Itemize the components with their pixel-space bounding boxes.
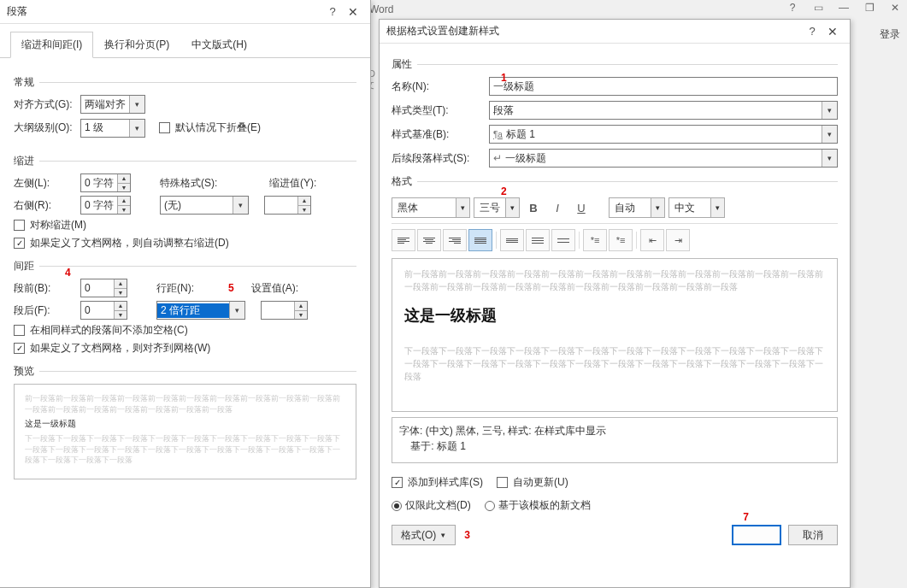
font-name-select[interactable]: 黑体▾: [392, 197, 470, 218]
ribbon-display-icon[interactable]: ▭: [811, 2, 825, 14]
alignment-label: 对齐方式(G):: [14, 97, 77, 112]
font-size-value: 三号: [474, 201, 505, 215]
format-button-label: 格式(O): [401, 528, 436, 543]
format-menu-button[interactable]: 格式(O)▼: [392, 525, 456, 545]
ok-button[interactable]: [732, 525, 781, 545]
spinner-up-icon[interactable]: ▲: [117, 174, 130, 184]
underline-button[interactable]: U: [571, 197, 592, 218]
no-space-same-style-checkbox[interactable]: [14, 325, 25, 336]
spinner-down-icon[interactable]: ▼: [117, 184, 130, 192]
tab-line-page-breaks[interactable]: 换行和分页(P): [93, 32, 180, 58]
spinner-up-icon[interactable]: ▲: [114, 279, 127, 289]
linespacing-select[interactable]: 2 倍行距 ▾: [156, 301, 245, 320]
align-right-button[interactable]: [443, 229, 467, 251]
auto-update-checkbox[interactable]: [497, 477, 508, 488]
group-format: 格式: [392, 174, 412, 189]
close-icon[interactable]: ✕: [888, 2, 902, 14]
spinner-up-icon[interactable]: ▲: [294, 302, 307, 311]
mirror-indent-checkbox[interactable]: [14, 220, 25, 231]
indent-right-value: 0 字符: [81, 197, 117, 214]
italic-button[interactable]: I: [547, 197, 568, 218]
chevron-down-icon[interactable]: ▾: [651, 198, 664, 217]
chevron-down-icon[interactable]: ▾: [822, 126, 837, 143]
login-link[interactable]: 登录: [880, 27, 900, 42]
special-format-select[interactable]: (无) ▾: [160, 196, 249, 215]
chevron-down-icon[interactable]: ▾: [233, 197, 248, 214]
grid-adjust-checkbox[interactable]: [14, 238, 25, 249]
annotation-5: 5: [228, 282, 234, 294]
dialog-help-icon[interactable]: ?: [322, 5, 343, 18]
cancel-button[interactable]: 取消: [788, 525, 838, 545]
style-sample-preview: 前一段落前一段落前一段落前一段落前一段落前一段落前一段落前一段落前一段落前一段落…: [392, 258, 838, 412]
setvalue-spinner[interactable]: ▲▼: [261, 301, 308, 320]
indent-left-value: 0 字符: [81, 174, 117, 191]
snap-to-grid-checkbox[interactable]: [14, 343, 25, 354]
outline-level-select[interactable]: 1 级 ▾: [80, 119, 145, 138]
dialog-close-icon[interactable]: ✕: [822, 25, 843, 38]
space-after-spinner[interactable]: 0▲▼: [80, 301, 127, 320]
chevron-down-icon[interactable]: ▾: [129, 96, 144, 113]
special-format-value: (无): [161, 198, 233, 213]
collapse-checkbox[interactable]: [159, 122, 170, 133]
spinner-down-icon[interactable]: ▼: [114, 289, 127, 297]
dialog-help-icon[interactable]: ?: [802, 25, 822, 38]
tab-asian-typography[interactable]: 中文版式(H): [180, 32, 258, 58]
chevron-down-icon[interactable]: ▾: [822, 150, 837, 167]
bold-button[interactable]: B: [523, 197, 544, 218]
alignment-select[interactable]: 两端对齐 ▾: [80, 95, 145, 114]
space-after-label: 段后(F):: [14, 303, 77, 318]
style-name-label: 名称(N):: [392, 79, 484, 94]
font-color-select[interactable]: 自动▾: [609, 197, 665, 218]
style-type-select[interactable]: 段落▾: [489, 101, 838, 120]
decrease-indent-button[interactable]: ⇤: [640, 229, 664, 251]
chevron-down-icon[interactable]: ▾: [456, 198, 469, 217]
chevron-down-icon[interactable]: ▾: [505, 198, 519, 217]
linespacing-1-button[interactable]: [500, 229, 524, 251]
add-to-gallery-label: 添加到样式库(S): [408, 475, 483, 490]
chevron-down-icon[interactable]: ▾: [129, 120, 144, 137]
minimize-icon[interactable]: —: [837, 2, 851, 14]
style-following-select[interactable]: ↵一级标题▾: [489, 149, 838, 168]
indent-left-label: 左侧(L):: [14, 176, 77, 191]
template-radio[interactable]: [485, 501, 495, 511]
spinner-down-icon[interactable]: ▼: [114, 311, 127, 320]
restore-icon[interactable]: ❐: [863, 2, 876, 14]
spinner-down-icon[interactable]: ▼: [297, 206, 310, 215]
linespacing-1.5-button[interactable]: [526, 229, 550, 251]
decrease-space-before-button[interactable]: *≡: [609, 229, 633, 251]
spinner-down-icon[interactable]: ▼: [294, 311, 307, 320]
this-document-radio[interactable]: [392, 501, 402, 511]
chevron-down-icon[interactable]: ▾: [822, 102, 837, 119]
space-before-spinner[interactable]: 0▲▼: [80, 279, 127, 297]
tab-indent-spacing[interactable]: 缩进和间距(I): [10, 32, 93, 58]
align-left-button[interactable]: [392, 229, 415, 251]
increase-indent-button[interactable]: ⇥: [666, 229, 690, 251]
chevron-down-icon[interactable]: ▾: [229, 302, 244, 319]
style-basedon-select[interactable]: ¶a标题 1▾: [489, 125, 838, 144]
annotation-4: 4: [65, 267, 71, 279]
style-type-value: 段落: [490, 103, 822, 118]
indent-by-spinner[interactable]: ▲▼: [264, 196, 311, 215]
style-basedon-value: 标题 1: [506, 128, 535, 140]
language-select[interactable]: 中文▾: [668, 197, 725, 218]
add-to-gallery-checkbox[interactable]: [392, 477, 403, 488]
chevron-down-icon[interactable]: ▾: [710, 198, 724, 217]
dialog-close-icon[interactable]: ✕: [343, 5, 363, 19]
help-icon[interactable]: ?: [786, 2, 799, 14]
spinner-up-icon[interactable]: ▲: [114, 302, 127, 311]
indent-right-spinner[interactable]: 0 字符▲▼: [80, 196, 131, 215]
spinner-up-icon[interactable]: ▲: [297, 197, 310, 206]
section-indent: 缩进: [14, 154, 34, 168]
style-name-input[interactable]: 一级标题: [489, 77, 838, 96]
align-center-button[interactable]: [417, 229, 441, 251]
indent-left-spinner[interactable]: 0 字符▲▼: [80, 173, 131, 192]
linespacing-2-button[interactable]: [551, 229, 575, 251]
desc-line2: 基于: 标题 1: [399, 438, 830, 454]
spinner-up-icon[interactable]: ▲: [117, 197, 130, 206]
spinner-down-icon[interactable]: ▼: [117, 206, 130, 215]
font-size-select[interactable]: 三号▾: [474, 197, 520, 218]
increase-space-before-button[interactable]: *≡: [583, 229, 607, 251]
align-justify-button[interactable]: [468, 229, 492, 251]
cancel-button-label: 取消: [803, 528, 823, 543]
section-preview: 预览: [14, 364, 34, 379]
